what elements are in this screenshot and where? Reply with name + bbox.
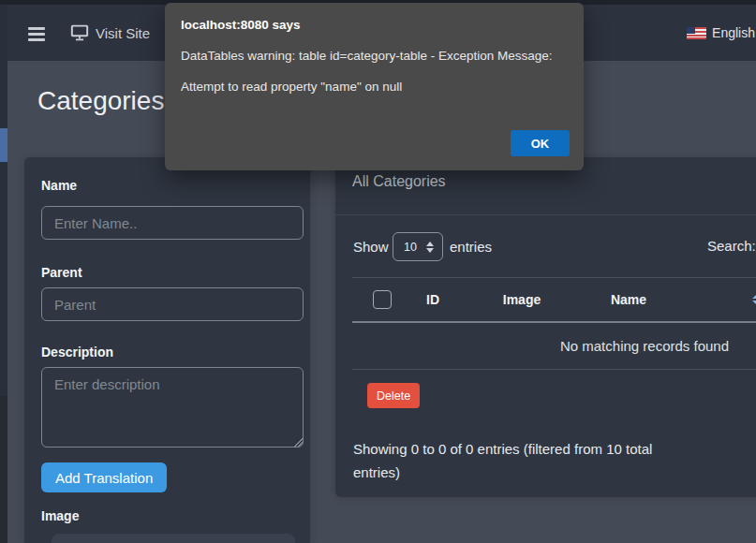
parent-input[interactable] <box>41 287 304 321</box>
visit-site-link[interactable]: Visit Site <box>70 19 150 47</box>
page-size-value: 10 <box>404 241 417 254</box>
show-label: Show <box>353 239 389 255</box>
select-all-checkbox[interactable] <box>373 290 392 309</box>
panel-title: All Categories <box>352 173 446 190</box>
column-header-name[interactable]: Name <box>590 292 667 307</box>
sidebar-active-item[interactable] <box>0 128 7 162</box>
category-form-card: Name Parent Description Add Translation … <box>24 157 310 543</box>
sidebar-collapsed[interactable] <box>0 5 7 543</box>
browser-alert-dialog: localhost:8080 says DataTables warning: … <box>165 3 584 170</box>
image-file-input[interactable] <box>52 534 295 543</box>
parent-label: Parent <box>41 265 82 280</box>
us-flag-icon <box>687 27 706 39</box>
search-label: Search: <box>707 238 756 254</box>
entries-label: entries <box>450 239 492 255</box>
empty-table-message: No matching records found <box>352 323 756 370</box>
column-header-image[interactable]: Image <box>453 292 590 307</box>
table-info-text: Showing 0 to 0 of 0 entries (filtered fr… <box>353 437 702 484</box>
image-label: Image <box>41 508 79 523</box>
monitor-icon <box>70 24 89 41</box>
all-categories-card: All Categories Show 10 entries Search: I… <box>335 157 756 497</box>
sort-arrows-icon <box>752 295 756 304</box>
name-label: Name <box>41 178 77 193</box>
description-label: Description <box>41 345 113 360</box>
language-selector[interactable]: English <box>687 19 755 47</box>
add-translation-button[interactable]: Add Translation <box>41 462 167 492</box>
dialog-message-line1: DataTables warning: table id=category-ta… <box>181 49 553 63</box>
dialog-message-line2: Attempt to read property "name" on null <box>181 80 402 94</box>
menu-toggle-icon[interactable] <box>28 27 45 41</box>
description-textarea[interactable] <box>41 367 304 448</box>
dialog-ok-button[interactable]: OK <box>511 130 570 156</box>
delete-button[interactable]: Delete <box>367 383 420 408</box>
panel-divider <box>335 214 756 215</box>
updown-arrows-icon <box>426 242 434 253</box>
column-header-id[interactable]: ID <box>412 292 453 307</box>
page-size-select[interactable]: 10 <box>393 232 443 261</box>
dialog-title: localhost:8080 says <box>181 18 301 32</box>
page-title: Categories <box>37 86 164 116</box>
visit-site-label: Visit Site <box>96 25 150 41</box>
column-header-next[interactable] <box>667 295 756 304</box>
sidebar-lower-segment <box>0 396 7 543</box>
language-label: English <box>712 25 755 40</box>
name-input[interactable] <box>41 206 304 240</box>
table-header-row: ID Image Name <box>352 277 756 323</box>
